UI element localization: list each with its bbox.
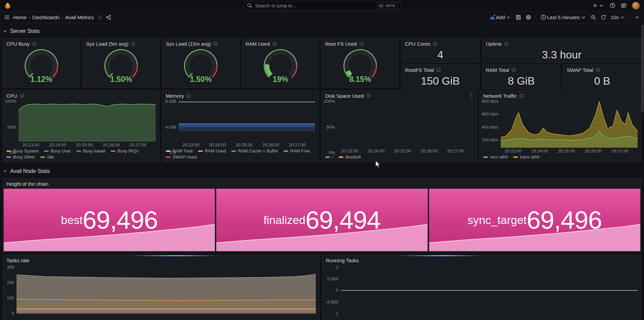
breadcrumb-item[interactable]: Dashboards xyxy=(32,14,60,20)
legend-item[interactable]: Busy Other xyxy=(6,154,35,159)
section-server-stats[interactable]: Server Stats xyxy=(3,27,641,36)
legend-item[interactable]: trans eth0 xyxy=(513,154,539,159)
y-axis: 100%50%0% xyxy=(5,101,18,142)
network-chart[interactable] xyxy=(501,101,638,148)
collapse-toolbar-icon[interactable] xyxy=(634,14,640,20)
y-axis-label: 400 kb/s xyxy=(482,125,498,130)
info-icon[interactable] xyxy=(436,67,441,72)
refresh-interval-picker[interactable]: 10s xyxy=(611,14,625,20)
panel-title[interactable]: Sys Load (5m avg) xyxy=(86,41,128,47)
legend-item[interactable]: Idle xyxy=(40,154,54,159)
info-icon[interactable] xyxy=(20,93,24,98)
user-avatar[interactable] xyxy=(632,2,640,10)
memory-chart[interactable] xyxy=(179,101,315,142)
y-axis-label: 0 B xyxy=(169,150,176,155)
info-icon[interactable] xyxy=(596,67,600,72)
grafana-logo-icon[interactable] xyxy=(4,2,11,9)
chevron-down-icon xyxy=(505,14,511,20)
panel-title[interactable]: Root FS Used xyxy=(325,41,357,47)
info-icon[interactable] xyxy=(131,41,136,46)
info-icon[interactable] xyxy=(272,41,277,46)
ram-used-gauge: 19% xyxy=(255,48,306,85)
y-axis-label: 0 xyxy=(336,288,338,293)
legend-item[interactable]: /boot/efi xyxy=(339,154,361,159)
panel-title[interactable]: Sys Load (15m avg) xyxy=(166,41,211,47)
y-axis-label: 800 kb/s xyxy=(482,99,498,104)
y-axis: 3002001000 xyxy=(5,267,16,314)
x-axis: 20:23:0020:24:0020:25:0020:26:0020:27:00 xyxy=(501,148,638,154)
section-title: Avail Node Stats xyxy=(10,168,50,174)
favorite-star-icon[interactable]: ☆ xyxy=(97,14,102,21)
tasks-rate-chart[interactable] xyxy=(16,267,316,314)
legend-item[interactable]: RAM Used xyxy=(198,148,226,153)
panel-title[interactable]: CPU Cores xyxy=(405,41,430,47)
stat-value: 0 B xyxy=(563,75,641,89)
panel-title[interactable]: Uptime xyxy=(486,41,502,47)
toolbar-divider xyxy=(630,14,630,20)
panel-cpu: CPU 100%50%0% 20:23:0020:24:0020:25:0020… xyxy=(3,90,159,162)
breadcrumb-item[interactable]: Home xyxy=(13,14,27,20)
info-icon[interactable] xyxy=(359,41,364,46)
y-axis-label: 1 xyxy=(336,265,338,270)
y-axis: 800 kb/s600 kb/s400 kb/s200 kb/s xyxy=(482,101,501,148)
x-axis-label: 20:24:00 xyxy=(209,142,226,147)
info-icon[interactable] xyxy=(32,41,37,46)
legend-item[interactable]: RAM Cache + Buffer xyxy=(231,148,278,153)
legend-item[interactable]: Busy Iowait xyxy=(76,148,105,153)
running-tasks-chart[interactable] xyxy=(341,267,638,314)
cpu-busy-gauge: 1.12% xyxy=(16,48,67,85)
panel-title[interactable]: RootFS Total xyxy=(405,67,434,73)
dashboard-settings-icon[interactable] xyxy=(526,14,531,20)
search-bar[interactable]: ctrl+k xyxy=(244,1,401,10)
panel-title[interactable]: CPU Busy xyxy=(6,41,30,47)
stat-value: 4 xyxy=(402,49,479,62)
legend-item[interactable]: SWAP Used xyxy=(166,154,197,159)
disk-chart[interactable] xyxy=(337,101,473,148)
legend-item[interactable]: Busy IRQs xyxy=(111,148,138,153)
time-range-picker[interactable]: Last 5 minutes xyxy=(540,14,586,20)
panel-memory: Memory 8 GiB4 GiB0 B 20:23:0020:24:0020:… xyxy=(162,90,319,162)
panel-title[interactable]: RAM Total xyxy=(486,67,509,73)
panel-title[interactable]: SWAP Total xyxy=(567,67,593,73)
save-dashboard-icon[interactable] xyxy=(516,14,521,20)
y-axis: 100%50%0% xyxy=(324,101,337,148)
menu-icon[interactable] xyxy=(4,14,10,20)
panel-title[interactable]: Network Traffic xyxy=(483,93,517,99)
panel-title[interactable]: CPU xyxy=(6,93,17,99)
info-icon[interactable] xyxy=(504,41,509,46)
help-icon[interactable] xyxy=(610,3,615,8)
breadcrumb-item[interactable]: Avail Metrics xyxy=(65,14,94,20)
info-icon[interactable] xyxy=(519,93,524,98)
panel-title[interactable]: RAM Used xyxy=(245,41,270,47)
x-axis-label: 20:23:00 xyxy=(182,142,199,147)
search-input[interactable] xyxy=(255,3,374,8)
info-icon[interactable] xyxy=(366,93,371,98)
panel-cpu-busy: CPU Busy 1.12% xyxy=(3,38,80,88)
share-icon[interactable] xyxy=(106,14,111,20)
panel-title[interactable]: Memory xyxy=(166,93,184,99)
cpu-chart[interactable] xyxy=(18,101,156,142)
news-icon[interactable] xyxy=(621,3,627,8)
x-axis-label: 20:26:00 xyxy=(584,148,602,153)
info-icon[interactable] xyxy=(186,93,191,98)
panel-running-tasks: Running Tasks 10.5000-0.500-1 xyxy=(322,255,641,320)
legend-item[interactable]: recv eth0 xyxy=(483,154,508,159)
refresh-icon[interactable] xyxy=(601,14,606,20)
chevron-down-icon xyxy=(619,14,625,20)
panel-title[interactable]: Disk Space Used xyxy=(325,93,364,99)
new-menu-button[interactable] xyxy=(592,3,604,8)
legend-item[interactable]: Busy User xyxy=(44,148,71,153)
info-icon[interactable] xyxy=(433,41,438,46)
panel-menu-icon[interactable]: ⋮ xyxy=(468,92,474,98)
info-icon[interactable] xyxy=(512,67,516,72)
legend-item[interactable]: / xyxy=(325,154,333,159)
section-avail-node-stats[interactable]: Avail Node Stats xyxy=(3,167,641,176)
panel-title[interactable]: Running Tasks xyxy=(326,258,359,263)
add-panel-button[interactable]: Add xyxy=(490,14,512,20)
panel-title[interactable]: Tasks rate xyxy=(6,258,29,263)
info-icon[interactable] xyxy=(213,41,218,46)
legend-item[interactable]: RAM Free xyxy=(283,148,310,153)
zoom-out-icon[interactable] xyxy=(591,14,596,20)
panel-title[interactable]: Height of the chain xyxy=(6,181,48,187)
scrollbar-thumb[interactable] xyxy=(641,25,644,112)
